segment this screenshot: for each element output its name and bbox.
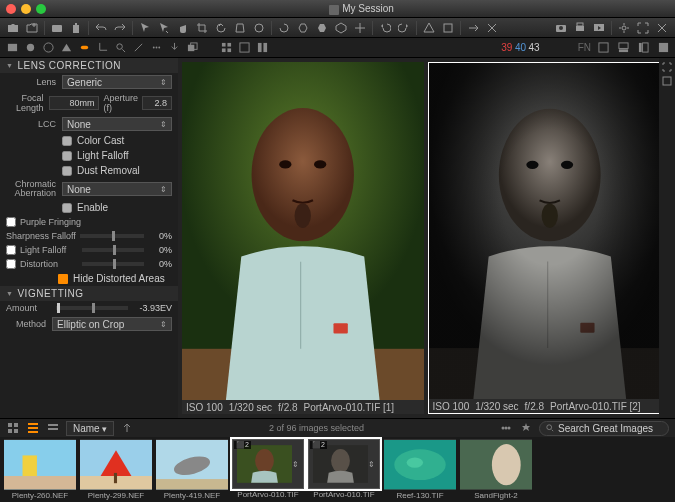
- lens-tab-icon[interactable]: [76, 40, 92, 56]
- vignetting-header[interactable]: VIGNETTING: [0, 286, 178, 301]
- amount-slider[interactable]: [56, 306, 128, 310]
- folder-add-icon[interactable]: [23, 20, 41, 36]
- settings-icon[interactable]: [615, 20, 633, 36]
- crop-tool-icon[interactable]: [193, 20, 211, 36]
- thumbnail[interactable]: ⬛2: [308, 439, 380, 489]
- focus-mask-icon[interactable]: [439, 20, 457, 36]
- cursor-tool-icon[interactable]: [136, 20, 154, 36]
- paste-adjust-icon[interactable]: [313, 20, 331, 36]
- color-cast-check[interactable]: Color Cast: [0, 133, 178, 148]
- thumbnail[interactable]: [460, 439, 532, 490]
- browser-grid-icon[interactable]: [6, 421, 20, 435]
- svg-rect-33: [58, 274, 68, 284]
- rotate-left-icon[interactable]: [376, 20, 394, 36]
- browser-list-icon[interactable]: [46, 421, 60, 435]
- copy-adjust-icon[interactable]: [294, 20, 312, 36]
- chromatic-enable-check[interactable]: Enable: [0, 200, 178, 215]
- view-grid-icon[interactable]: [218, 40, 234, 56]
- keystone-tool-icon[interactable]: [231, 20, 249, 36]
- sort-asc-icon[interactable]: [120, 421, 134, 435]
- thumbnail-label: Plenty-299.NEF: [80, 490, 152, 500]
- cursor-dropdown-icon[interactable]: [155, 20, 173, 36]
- thumbnail[interactable]: [80, 439, 152, 490]
- style-icon[interactable]: [332, 20, 350, 36]
- chromatic-select[interactable]: None: [62, 182, 172, 196]
- trash-icon[interactable]: [67, 20, 85, 36]
- layout-2-icon[interactable]: [615, 40, 631, 56]
- distortion-check[interactable]: [6, 259, 16, 269]
- method-select[interactable]: Elliptic on Crop: [52, 317, 172, 331]
- edit-with-icon[interactable]: [483, 20, 501, 36]
- warning-icon[interactable]: [420, 20, 438, 36]
- aperture-input[interactable]: [142, 96, 172, 110]
- batch-tab-icon[interactable]: [184, 40, 200, 56]
- exposure-tab-icon[interactable]: [58, 40, 74, 56]
- svg-point-2: [255, 24, 263, 32]
- layout-1-icon[interactable]: [595, 40, 611, 56]
- library-tab-icon[interactable]: [4, 40, 20, 56]
- slideshow-icon[interactable]: [590, 20, 608, 36]
- auto-icon[interactable]: [351, 20, 369, 36]
- dust-removal-check[interactable]: Dust Removal: [0, 163, 178, 178]
- capture-icon[interactable]: [48, 20, 66, 36]
- spot-tool-icon[interactable]: [250, 20, 268, 36]
- reset-icon[interactable]: [275, 20, 293, 36]
- expand-icon[interactable]: [662, 62, 672, 72]
- zoom-window[interactable]: [36, 4, 46, 14]
- svg-rect-1: [52, 25, 62, 32]
- layout-4-icon[interactable]: [655, 40, 671, 56]
- capture-tab-icon[interactable]: [22, 40, 38, 56]
- thumbnail-label: Plenty-260.NEF: [4, 490, 76, 500]
- star-filter-icon[interactable]: [519, 421, 533, 435]
- light-falloff-label: Light Falloff: [20, 245, 78, 255]
- proof-icon[interactable]: [662, 76, 672, 86]
- adjustments-tab-icon[interactable]: [130, 40, 146, 56]
- view-single-icon[interactable]: [236, 40, 252, 56]
- thumbnail[interactable]: [4, 439, 76, 490]
- color-tab-icon[interactable]: [40, 40, 56, 56]
- purple-fringing-check[interactable]: [6, 217, 16, 227]
- minimize-window[interactable]: [21, 4, 31, 14]
- metadata-tab-icon[interactable]: [148, 40, 164, 56]
- camera-icon[interactable]: [552, 20, 570, 36]
- crop-tab-icon[interactable]: [94, 40, 110, 56]
- hide-distorted-check[interactable]: Hide Distorted Areas: [0, 271, 178, 286]
- lcc-select[interactable]: None: [62, 117, 172, 131]
- fullscreen-icon[interactable]: [634, 20, 652, 36]
- lens-select[interactable]: Generic: [62, 75, 172, 89]
- import-icon[interactable]: [4, 20, 22, 36]
- focal-input[interactable]: [49, 96, 99, 110]
- lens-correction-header[interactable]: LENS CORRECTION: [0, 58, 178, 73]
- tools-icon[interactable]: [653, 20, 671, 36]
- hand-tool-icon[interactable]: [174, 20, 192, 36]
- thumbnail[interactable]: [384, 439, 456, 490]
- image-pane-2[interactable]: ISO 1001/320 secf/2.8PortArvo-010.TIF [2…: [428, 62, 672, 414]
- thumbnail[interactable]: ⬛2: [232, 439, 304, 489]
- rating-filter-icon[interactable]: [499, 421, 513, 435]
- distortion-slider[interactable]: [82, 262, 144, 266]
- rotate-tool-icon[interactable]: [212, 20, 230, 36]
- light-falloff-slider-check[interactable]: [6, 245, 16, 255]
- layout-3-icon[interactable]: [635, 40, 651, 56]
- process-icon[interactable]: [464, 20, 482, 36]
- thumbnail-label: PortArvo-010.TIF: [308, 489, 380, 500]
- close-window[interactable]: [6, 4, 16, 14]
- details-tab-icon[interactable]: [112, 40, 128, 56]
- lens-label: Lens: [6, 77, 62, 87]
- redo-icon[interactable]: [111, 20, 129, 36]
- search-input[interactable]: Search Great Images: [539, 421, 669, 436]
- undo-icon[interactable]: [92, 20, 110, 36]
- view-multi-icon[interactable]: [254, 40, 270, 56]
- svg-point-62: [547, 425, 552, 430]
- output-tab-icon[interactable]: [166, 40, 182, 56]
- rotate-right-icon[interactable]: [395, 20, 413, 36]
- light-falloff-slider[interactable]: [82, 248, 144, 252]
- light-falloff-check[interactable]: Light Falloff: [0, 148, 178, 163]
- image-pane-1[interactable]: ISO 1001/320 secf/2.8PortArvo-010.TIF [1…: [182, 62, 424, 414]
- browser-filmstrip-icon[interactable]: [26, 421, 40, 435]
- thumbnail[interactable]: [156, 439, 228, 490]
- print-icon[interactable]: [571, 20, 589, 36]
- sharpness-slider[interactable]: [80, 234, 144, 238]
- sort-select[interactable]: Name ▾: [66, 421, 114, 436]
- image-info-2: ISO 1001/320 secf/2.8PortArvo-010.TIF [2…: [429, 399, 671, 413]
